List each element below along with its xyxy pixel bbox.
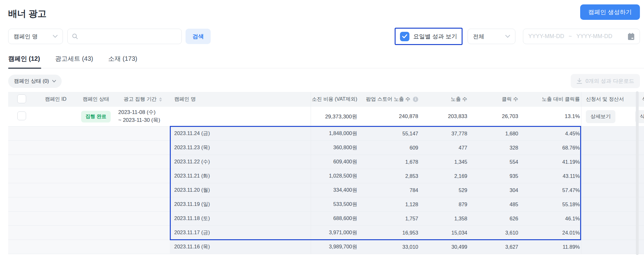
calendar-icon[interactable] [628, 33, 635, 40]
tab-campaign[interactable]: 캠페인 (12) [8, 54, 41, 68]
daily-popup-impressions: 784 [358, 183, 419, 197]
daily-date: 2023.11.20 (월) [170, 183, 311, 197]
daily-popup-impressions: 1,128 [358, 197, 419, 211]
daily-ctr: 43.11% [519, 169, 581, 183]
daily-row: 2023.11.16 (목) 3,989,700원 33,010 30,499 … [8, 240, 644, 254]
daily-cost: 533,500원 [311, 197, 358, 211]
campaign-status-filter-label: 캠페인 상태 (0) [14, 78, 49, 85]
daily-date: 2023.11.22 (수) [170, 155, 311, 169]
daily-popup-impressions: 55,147 [358, 127, 419, 140]
campaign-table: 캠페인 ID 캠페인 상태 광고 집행 기간 캠페인 명 소진 비용 (VAT제… [8, 92, 644, 255]
daily-cost: 3,971,000원 [311, 226, 358, 240]
daily-popup-impressions: 16,953 [358, 226, 419, 240]
daily-date: 2023.11.18 (토) [170, 212, 311, 225]
daily-cost: 360,800원 [311, 141, 358, 155]
daily-row: 2023.11.19 (일) 533,500원 1,128 879 485 55… [8, 197, 644, 211]
daily-impressions: 477 [419, 141, 469, 155]
weekday-performance-toggle[interactable]: 요일별 성과 보기 [395, 28, 463, 45]
col-cost: 소진 비용 (VAT제외) [311, 92, 358, 107]
daily-clicks: 485 [469, 197, 519, 211]
search-input[interactable] [81, 33, 177, 40]
daily-ctr: 57.47% [519, 183, 581, 197]
daily-impressions: 37,778 [419, 127, 469, 140]
daily-date: 2023.11.16 (목) [170, 240, 311, 254]
date-start-placeholder: YYYY-MM-DD [528, 33, 564, 40]
tab-creative[interactable]: 소재 (173) [108, 54, 138, 68]
daily-ctr: 11.89% [519, 240, 581, 254]
daily-date: 2023.11.21 (화) [170, 169, 311, 183]
daily-ctr: 4.45% [519, 127, 581, 140]
campaign-period: 2023-11-08 (수) ~ 2023-11-30 (목) [116, 109, 170, 124]
col-impressions: 노출 수 [419, 96, 469, 103]
daily-row: 2023.11.24 (금) 1,848,000원 55,147 37,778 … [8, 126, 644, 140]
daily-row: 2023.11.23 (목) 360,800원 609 477 328 68.7… [8, 140, 644, 155]
daily-row: 2023.11.17 (금) 3,971,000원 16,953 15,034 … [8, 225, 644, 240]
daily-popup-impressions: 609 [358, 141, 419, 155]
vertical-scrollbar[interactable] [636, 91, 639, 255]
sort-icon[interactable] [159, 97, 162, 102]
status-badge: 집행 완료 [81, 111, 111, 122]
daily-date: 2023.11.17 (금) [170, 226, 311, 240]
daily-ctr: 41.19% [519, 155, 581, 169]
daily-popup-impressions: 1,757 [358, 212, 419, 225]
tab-adset[interactable]: 광고세트 (43) [55, 54, 94, 68]
campaign-status-filter[interactable]: 캠페인 상태 (0) [8, 75, 62, 88]
search-field-select-value: 캠페인 명 [14, 33, 38, 40]
col-period[interactable]: 광고 집행 기간 [116, 96, 170, 103]
create-campaign-button[interactable]: 캠페인 생성하기 [580, 4, 640, 20]
daily-cost: 3,989,700원 [311, 240, 358, 254]
date-range-input[interactable]: YYYY-MM-DD ~ YYYY-MM-DD [523, 29, 640, 44]
daily-cost: 1,028,500원 [311, 169, 358, 183]
daily-ctr: 46.1% [519, 212, 581, 225]
daily-ctr: 68.76% [519, 141, 581, 155]
col-ctr: 노출 대비 클릭률 [519, 96, 581, 103]
daily-cost: 334,400원 [311, 183, 358, 197]
daily-row: 2023.11.18 (토) 688,600원 1,757 1,358 626 … [8, 211, 644, 225]
daily-date: 2023.11.19 (일) [170, 197, 311, 211]
col-popup-impressions: 팝업 스토어 노출 수 i [358, 96, 419, 103]
daily-popup-impressions: 1,678 [358, 155, 419, 169]
row-checkbox[interactable] [17, 111, 26, 120]
daily-date: 2023.11.24 (금) [170, 127, 311, 140]
search-input-wrap [67, 29, 182, 44]
daily-impressions: 15,034 [419, 226, 469, 240]
daily-row: 2023.11.22 (수) 609,400원 1,678 1,345 554 … [8, 155, 644, 169]
detail-button[interactable]: 상세보기 [586, 110, 615, 123]
campaign-cost: 29,373,300원 [311, 107, 358, 126]
daily-clicks: 626 [469, 212, 519, 225]
daily-impressions: 879 [419, 197, 469, 211]
daily-popup-impressions: 2,853 [358, 169, 419, 183]
daily-clicks: 1,680 [469, 127, 519, 140]
campaign-impressions: 203,833 [419, 113, 469, 120]
daily-clicks: 328 [469, 141, 519, 155]
tab-bar: 캠페인 (12) 광고세트 (43) 소재 (173) [8, 54, 644, 68]
daily-impressions: 1,358 [419, 212, 469, 225]
chevron-down-icon [53, 35, 58, 38]
table-header-row: 캠페인 ID 캠페인 상태 광고 집행 기간 캠페인 명 소진 비용 (VAT제… [8, 92, 644, 107]
status-select[interactable]: 전체 [468, 29, 515, 44]
chevron-down-icon [52, 80, 56, 82]
col-campaign-name: 캠페인 명 [170, 96, 311, 103]
daily-impressions: 30,499 [419, 240, 469, 254]
daily-row: 2023.11.20 (월) 334,400원 784 529 304 57.4… [8, 183, 644, 197]
date-range-separator: ~ [569, 33, 572, 40]
select-all-checkbox[interactable] [17, 94, 26, 103]
daily-cost: 688,600원 [311, 212, 358, 225]
table-toolbar: 캠페인 상태 (0) 0개의 성과 다운로드 [8, 74, 640, 88]
date-end-placeholder: YYYY-MM-DD [576, 33, 612, 40]
daily-impressions: 2,169 [419, 169, 469, 183]
info-icon[interactable]: i [413, 97, 418, 102]
weekday-checkbox-checked[interactable] [400, 32, 409, 41]
download-performance-button[interactable]: 0개의 성과 다운로드 [571, 74, 640, 88]
search-field-select[interactable]: 캠페인 명 [8, 29, 63, 44]
topbar: 배너 광고 캠페인 생성하기 [0, 0, 644, 20]
col-campaign-id: 캠페인 ID [35, 96, 76, 103]
daily-rows-container: 2023.11.24 (금) 1,848,000원 55,147 37,778 … [8, 126, 644, 254]
daily-row: 2023.11.21 (화) 1,028,500원 2,853 2,169 93… [8, 169, 644, 183]
daily-ctr: 55.18% [519, 197, 581, 211]
filter-bar: 캠페인 명 검색 요일별 성과 보기 전체 [8, 28, 640, 45]
daily-clicks: 304 [469, 183, 519, 197]
weekday-toggle-label: 요일별 성과 보기 [413, 32, 457, 40]
daily-clicks: 3,627 [469, 240, 519, 254]
search-button[interactable]: 검색 [186, 29, 211, 44]
